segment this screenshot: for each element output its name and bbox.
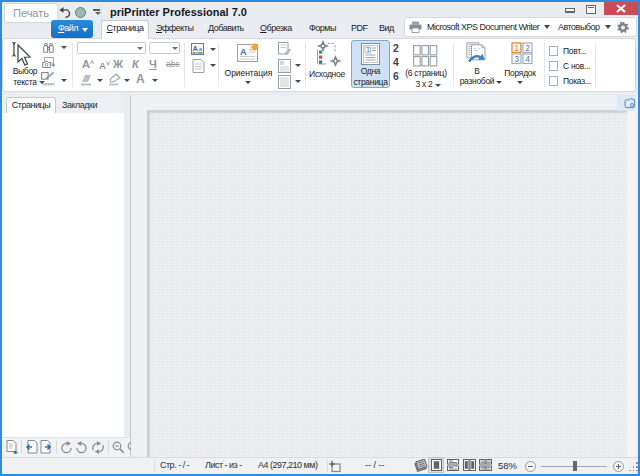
svg-text:3: 3 — [514, 54, 519, 64]
svg-text:A: A — [240, 47, 247, 57]
svg-text:2: 2 — [525, 43, 530, 53]
svg-text:1: 1 — [514, 43, 519, 53]
svg-text:4: 4 — [525, 54, 530, 64]
svg-text:А: А — [192, 44, 198, 53]
svg-text:1: 1 — [366, 46, 370, 53]
